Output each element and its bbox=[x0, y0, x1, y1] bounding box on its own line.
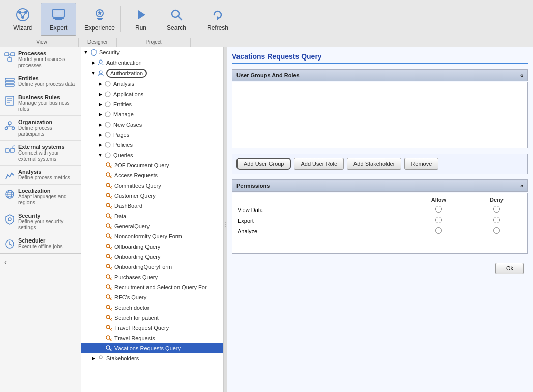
user-groups-section-header[interactable]: User Groups And Roles « bbox=[232, 69, 528, 81]
external-systems-desc: Connect with your external systems bbox=[18, 150, 77, 162]
tree-panel: ▼ Security ▶ Authentication ▼ bbox=[81, 47, 224, 392]
expert-button[interactable]: Expert bbox=[41, 3, 76, 36]
perm-analyze-deny[interactable] bbox=[468, 226, 525, 236]
tree-node-authentication[interactable]: ▶ Authentication bbox=[81, 57, 223, 68]
tree-leaf-travel-requests[interactable]: Travel Requests bbox=[81, 333, 223, 343]
expand-entities-auth[interactable]: ▶ bbox=[97, 101, 104, 108]
tree-leaf-dashboard[interactable]: DashBoard bbox=[81, 201, 223, 211]
add-user-role-button[interactable]: Add User Role bbox=[294, 158, 344, 170]
perm-analyze-allow[interactable] bbox=[409, 226, 468, 236]
wizard-button[interactable]: Wizard bbox=[5, 3, 41, 36]
tree-leaf-rfcs-query[interactable]: RFC's Query bbox=[81, 292, 223, 303]
collapse-sidebar-button[interactable]: ‹ bbox=[0, 253, 81, 271]
tree-leaf-access-requests[interactable]: Access Requests bbox=[81, 170, 223, 180]
sidebar-item-localization[interactable]: Localization Adapt languages and regions bbox=[0, 185, 81, 209]
add-user-group-button[interactable]: Add User Group bbox=[236, 158, 291, 170]
tree-node-queries[interactable]: ▼ Queries bbox=[81, 150, 223, 160]
expand-authentication[interactable]: ▶ bbox=[90, 59, 97, 66]
authorization-label: Authorization bbox=[106, 69, 147, 78]
svg-line-71 bbox=[110, 196, 112, 197]
radio-analyze-allow[interactable] bbox=[435, 227, 442, 234]
localization-icon bbox=[4, 189, 15, 200]
radio-analyze-deny[interactable] bbox=[493, 227, 500, 234]
run-label: Run bbox=[135, 24, 146, 32]
tree-node-new-cases[interactable]: ▶ New Cases bbox=[81, 119, 223, 130]
expand-applications[interactable]: ▶ bbox=[97, 91, 104, 98]
tree-leaf-offboarding-query[interactable]: Offboarding Query bbox=[81, 242, 223, 252]
svg-point-50 bbox=[99, 60, 102, 63]
tree-leaf-onboarding-queryform[interactable]: OnboardingQueryForm bbox=[81, 262, 223, 272]
experience-button[interactable]: Experience bbox=[82, 3, 117, 36]
tree-node-policies[interactable]: ▶ Policies bbox=[81, 140, 223, 150]
svg-point-54 bbox=[105, 102, 110, 107]
queries-label: Queries bbox=[113, 152, 133, 158]
add-stakeholder-button[interactable]: Add Stakeholder bbox=[347, 158, 401, 170]
tree-leaf-customer-query[interactable]: Customer Query bbox=[81, 191, 223, 201]
sidebar-item-business-rules[interactable]: Business Rules Manage your business rule… bbox=[0, 91, 81, 116]
tree-node-pages[interactable]: ▶ Pages bbox=[81, 130, 223, 140]
refresh-button[interactable]: Refresh bbox=[200, 3, 235, 36]
remove-button[interactable]: Remove bbox=[404, 158, 438, 170]
run-button[interactable]: Run bbox=[123, 3, 159, 36]
tree-node-analysis[interactable]: ▶ Analysis bbox=[81, 79, 223, 89]
tree-node-applications[interactable]: ▶ Applications bbox=[81, 89, 223, 99]
tree-leaf-onboarding-query[interactable]: Onboarding Query bbox=[81, 252, 223, 262]
onboarding-query-leaf-icon bbox=[105, 253, 113, 261]
radio-export-allow[interactable] bbox=[435, 217, 442, 223]
svg-rect-18 bbox=[5, 53, 9, 56]
tree-leaf-travel-request-query[interactable]: Travel Request Query bbox=[81, 323, 223, 333]
tree-node-security[interactable]: ▼ Security bbox=[81, 47, 223, 57]
general-query-leaf-icon bbox=[105, 222, 113, 230]
sidebar-item-analysis[interactable]: Analysis Define process metrics bbox=[0, 166, 81, 185]
tree-leaf-search-for-patient[interactable]: Search for patient bbox=[81, 313, 223, 323]
tree-leaf-committees-query[interactable]: Committees Query bbox=[81, 180, 223, 191]
entities-desc: Define your process data bbox=[18, 81, 77, 87]
expand-security[interactable]: ▼ bbox=[82, 49, 90, 56]
svg-line-49 bbox=[10, 244, 12, 245]
tree-leaf-nonconformity[interactable]: Nonconformity Query Form bbox=[81, 231, 223, 242]
radio-view-data-deny[interactable] bbox=[493, 206, 500, 213]
tree-leaf-search-doctor[interactable]: Search doctor bbox=[81, 303, 223, 313]
expand-queries[interactable]: ▼ bbox=[97, 152, 104, 159]
expand-manage[interactable]: ▶ bbox=[97, 111, 104, 118]
processes-title: Processes bbox=[18, 50, 77, 56]
tree-leaf-purchases-query[interactable]: Purchases Query bbox=[81, 272, 223, 282]
sidebar-item-scheduler[interactable]: Scheduler Execute offline jobs bbox=[0, 234, 81, 253]
radio-view-data-allow[interactable] bbox=[435, 206, 442, 213]
expand-new-cases[interactable]: ▶ bbox=[97, 121, 104, 128]
tree-node-entities-auth[interactable]: ▶ Entities bbox=[81, 99, 223, 109]
expand-policies[interactable]: ▶ bbox=[97, 141, 104, 148]
perm-view-data-deny[interactable] bbox=[468, 204, 525, 215]
radio-export-deny[interactable] bbox=[493, 217, 500, 223]
expand-stakeholders[interactable]: ▶ bbox=[90, 355, 97, 362]
stakeholders-label: Stakeholders bbox=[106, 355, 139, 361]
tree-leaf-vacations-requests-query[interactable]: Vacations Requests Query bbox=[81, 343, 223, 353]
permissions-section-header[interactable]: Permissions « bbox=[232, 179, 528, 192]
experience-label: Experience bbox=[84, 24, 115, 32]
customer-query-label: Customer Query bbox=[114, 193, 156, 199]
sidebar-item-entities[interactable]: Entities Define your process data bbox=[0, 72, 81, 91]
analysis-tree-icon bbox=[104, 80, 112, 88]
sidebar-item-processes[interactable]: Processes Model your business processes bbox=[0, 47, 81, 72]
perm-export-deny[interactable] bbox=[468, 215, 525, 226]
resize-handle[interactable] bbox=[224, 47, 227, 392]
perm-export-allow[interactable] bbox=[409, 215, 468, 226]
tree-leaf-2of-document-query[interactable]: 2OF Document Query bbox=[81, 160, 223, 170]
svg-rect-38 bbox=[10, 149, 14, 152]
sidebar-item-organization[interactable]: Organization Define process participants bbox=[0, 116, 81, 141]
tree-node-stakeholders[interactable]: ▶ Stakeholders bbox=[81, 353, 223, 364]
sidebar-item-security[interactable]: Security Define your security settings bbox=[0, 209, 81, 234]
expand-authorization[interactable]: ▼ bbox=[90, 70, 97, 77]
tree-node-manage[interactable]: ▶ Manage bbox=[81, 109, 223, 119]
expand-pages[interactable]: ▶ bbox=[97, 131, 104, 138]
perm-view-data-allow[interactable] bbox=[409, 204, 468, 215]
sidebar-item-external-systems[interactable]: External systems Connect with your exter… bbox=[0, 141, 81, 166]
expand-analysis[interactable]: ▶ bbox=[97, 80, 104, 87]
svg-point-30 bbox=[8, 122, 11, 125]
tree-leaf-recruitment-selection[interactable]: Recruitment and Selection Query For bbox=[81, 282, 223, 292]
ok-button[interactable]: Ok bbox=[495, 263, 524, 274]
tree-node-authorization[interactable]: ▼ Authorization bbox=[81, 68, 223, 79]
tree-leaf-general-query[interactable]: GeneralQuery bbox=[81, 221, 223, 231]
search-button[interactable]: Search bbox=[159, 3, 194, 36]
tree-leaf-data[interactable]: Data bbox=[81, 211, 223, 221]
